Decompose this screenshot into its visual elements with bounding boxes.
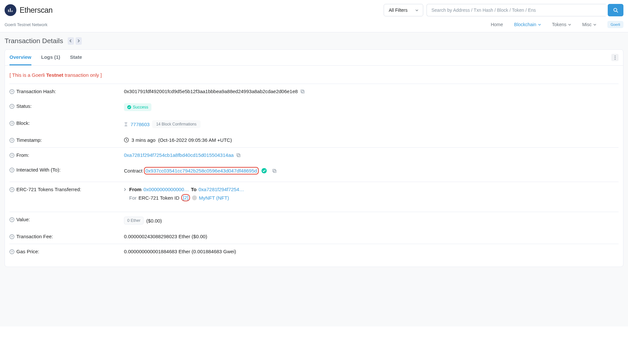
svg-text:?: ? <box>11 90 13 93</box>
transfer-to-link[interactable]: 0xa7281f294f7254… <box>199 187 244 192</box>
svg-rect-7 <box>302 91 305 93</box>
token-id-link[interactable]: [2] <box>183 195 188 200</box>
verified-icon <box>261 168 267 174</box>
gas-price-value: 0.000000000001884683 Ether (0.001884683 … <box>124 249 236 254</box>
search-icon <box>613 8 618 13</box>
svg-text:?: ? <box>11 188 13 191</box>
svg-point-2 <box>615 56 616 57</box>
label-tx-fee: Transaction Fee: <box>16 234 53 239</box>
transfer-token-type: ERC-721 Token ID <box>139 195 180 201</box>
nav-home[interactable]: Home <box>491 22 503 27</box>
more-button[interactable] <box>611 54 619 61</box>
svg-text:?: ? <box>11 169 13 172</box>
chevron-down-icon <box>593 23 596 26</box>
from-address-link[interactable]: 0xa7281f294f7254cb1a8fbd40cd15d015504314… <box>124 152 234 158</box>
svg-point-3 <box>615 57 616 58</box>
clock-icon <box>124 138 129 142</box>
token-icon <box>192 195 197 200</box>
check-circle-icon <box>127 105 131 109</box>
next-tx-button[interactable] <box>76 37 82 45</box>
tx-hash-value: 0x301791fdf492001fcd9d5e5b12f3aa1bbbea9a… <box>124 89 298 94</box>
label-status: Status: <box>16 103 32 109</box>
chevron-down-icon <box>538 23 541 26</box>
help-icon: ? <box>9 121 14 126</box>
block-confirmations: 14 Block Confirmations <box>152 120 200 128</box>
svg-rect-19 <box>238 154 240 157</box>
copy-icon[interactable] <box>236 153 241 157</box>
token-name-link[interactable]: MyNFT (NFT) <box>199 195 229 201</box>
logo[interactable]: Etherscan <box>5 4 53 16</box>
copy-icon[interactable] <box>272 169 277 173</box>
help-icon: ? <box>9 138 14 143</box>
svg-text:?: ? <box>11 218 13 222</box>
dots-vertical-icon <box>615 56 616 60</box>
to-address-link[interactable]: 0x937cc03541cc7942b258c0596e43d047df4869… <box>146 168 257 174</box>
svg-text:?: ? <box>11 250 13 254</box>
contract-label: Contract <box>124 168 143 174</box>
svg-text:?: ? <box>11 105 13 108</box>
label-block: Block: <box>16 120 30 126</box>
svg-text:?: ? <box>11 235 13 239</box>
label-interacted-with: Interacted With (To): <box>16 167 61 173</box>
svg-line-1 <box>616 11 618 12</box>
label-gas-price: Gas Price: <box>16 249 39 254</box>
label-tx-hash: Transaction Hash: <box>16 89 56 94</box>
copy-icon[interactable] <box>300 89 305 94</box>
transfer-from-label: From <box>129 187 142 192</box>
tx-fee-value: 0.000000243088298023 Ether ($0.00) <box>124 234 207 239</box>
svg-text:?: ? <box>11 139 13 142</box>
chevron-down-icon <box>415 9 418 12</box>
transfer-for-label: For <box>129 195 137 201</box>
tab-logs[interactable]: Logs (1) <box>41 50 60 65</box>
caret-right-icon <box>124 188 126 191</box>
timestamp-ago: 3 mins ago <box>131 137 155 143</box>
svg-rect-8 <box>301 90 304 92</box>
logo-icon <box>5 4 16 16</box>
svg-point-0 <box>614 8 617 11</box>
search-input[interactable] <box>427 4 606 16</box>
highlight-token-id: [2] <box>181 194 190 201</box>
svg-rect-20 <box>237 153 239 156</box>
help-icon: ? <box>9 168 14 173</box>
svg-point-4 <box>615 59 616 60</box>
filter-dropdown[interactable]: All Filters <box>384 4 423 16</box>
label-erc721: ERC-721 Tokens Transferred: <box>16 187 81 192</box>
prev-tx-button[interactable] <box>68 37 74 45</box>
highlight-contract-address: 0x937cc03541cc7942b258c0596e43d047df4869… <box>144 167 259 174</box>
help-icon: ? <box>9 89 14 94</box>
help-icon: ? <box>9 187 14 192</box>
value-usd: ($0.00) <box>146 218 162 223</box>
timestamp-full: (Oct-16-2022 09:05:36 AM +UTC) <box>158 137 232 143</box>
help-icon: ? <box>9 249 14 254</box>
hourglass-icon <box>124 122 128 127</box>
label-value: Value: <box>16 217 30 222</box>
svg-text:?: ? <box>11 154 13 157</box>
chevron-right-icon <box>77 39 80 42</box>
network-badge[interactable]: Goerli <box>607 21 623 28</box>
value-ether-badge: 0 Ether <box>124 217 144 224</box>
page-title: Transaction Details <box>5 37 63 45</box>
nav-tokens[interactable]: Tokens <box>552 22 571 27</box>
chevron-down-icon <box>568 23 571 26</box>
help-icon: ? <box>9 234 14 239</box>
filter-label: All Filters <box>389 8 408 13</box>
chevron-left-icon <box>69 39 72 42</box>
block-number-link[interactable]: 7778603 <box>131 122 149 127</box>
status-badge: Success <box>124 103 151 111</box>
label-from: From: <box>16 152 29 158</box>
transfer-from-link[interactable]: 0x0000000000000… <box>144 187 189 192</box>
testnet-warning: [ This is a Goerli Testnet transaction o… <box>9 70 619 84</box>
nav-blockchain[interactable]: Blockchain <box>514 22 541 27</box>
tab-state[interactable]: State <box>70 50 82 65</box>
logo-text: Etherscan <box>20 6 53 15</box>
svg-rect-24 <box>273 170 276 173</box>
label-timestamp: Timestamp: <box>16 137 42 143</box>
help-icon: ? <box>9 104 14 109</box>
svg-rect-25 <box>273 169 275 172</box>
help-icon: ? <box>9 217 14 222</box>
network-label: Goerli Testnet Network <box>5 22 47 27</box>
search-button[interactable] <box>608 4 623 16</box>
tab-overview[interactable]: Overview <box>9 50 31 65</box>
nav-misc[interactable]: Misc <box>582 22 596 27</box>
help-icon: ? <box>9 153 14 158</box>
